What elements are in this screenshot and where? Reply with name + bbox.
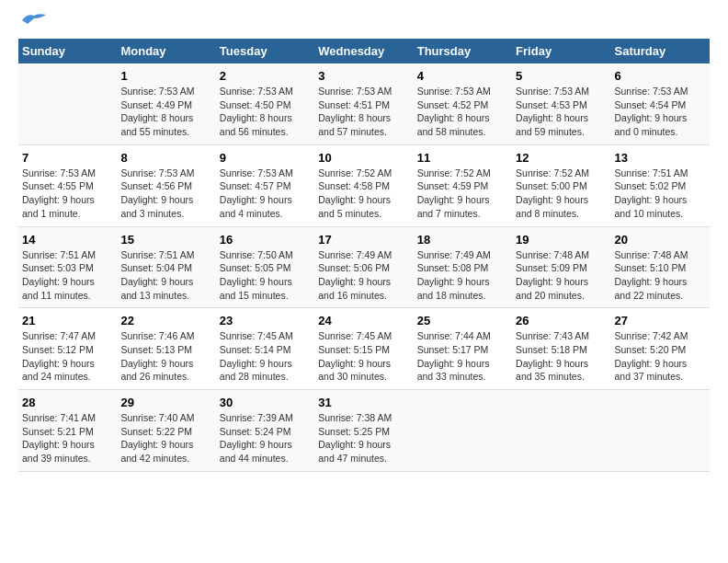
- calendar-table: SundayMondayTuesdayWednesdayThursdayFrid…: [18, 39, 710, 472]
- day-number: 29: [120, 396, 211, 409]
- calendar-cell: 15Sunrise: 7:51 AM Sunset: 5:04 PM Dayli…: [117, 226, 215, 308]
- day-info: Sunrise: 7:53 AM Sunset: 4:57 PM Dayligh…: [220, 167, 311, 221]
- calendar-header-row: SundayMondayTuesdayWednesdayThursdayFrid…: [18, 39, 710, 63]
- calendar-cell: 10Sunrise: 7:52 AM Sunset: 4:58 PM Dayli…: [314, 144, 413, 226]
- day-info: Sunrise: 7:53 AM Sunset: 4:56 PM Dayligh…: [120, 167, 211, 221]
- calendar-cell: [18, 63, 117, 144]
- header-tuesday: Tuesday: [216, 39, 314, 63]
- day-info: Sunrise: 7:50 AM Sunset: 5:05 PM Dayligh…: [220, 248, 311, 303]
- page-header: [18, 18, 710, 29]
- calendar-cell: 13Sunrise: 7:51 AM Sunset: 5:02 PM Dayli…: [611, 144, 710, 226]
- calendar-cell: [414, 390, 512, 472]
- header-saturday: Saturday: [611, 39, 710, 63]
- day-info: Sunrise: 7:47 AM Sunset: 5:12 PM Dayligh…: [22, 329, 113, 384]
- day-number: 11: [417, 151, 508, 165]
- day-info: Sunrise: 7:41 AM Sunset: 5:21 PM Dayligh…: [22, 411, 113, 465]
- week-row-2: 7Sunrise: 7:53 AM Sunset: 4:55 PM Daylig…: [18, 144, 710, 226]
- day-number: 27: [615, 314, 706, 327]
- week-row-5: 28Sunrise: 7:41 AM Sunset: 5:21 PM Dayli…: [18, 390, 710, 472]
- calendar-cell: 12Sunrise: 7:52 AM Sunset: 5:00 PM Dayli…: [512, 144, 610, 226]
- calendar-cell: 2Sunrise: 7:53 AM Sunset: 4:50 PM Daylig…: [216, 63, 314, 144]
- calendar-cell: 29Sunrise: 7:40 AM Sunset: 5:22 PM Dayli…: [117, 390, 215, 472]
- day-number: 7: [22, 151, 113, 165]
- calendar-cell: 25Sunrise: 7:44 AM Sunset: 5:17 PM Dayli…: [414, 308, 512, 390]
- day-info: Sunrise: 7:49 AM Sunset: 5:08 PM Dayligh…: [417, 248, 508, 303]
- day-number: 20: [615, 233, 706, 247]
- calendar-cell: 18Sunrise: 7:49 AM Sunset: 5:08 PM Dayli…: [414, 226, 512, 308]
- day-number: 21: [22, 314, 113, 327]
- day-number: 1: [120, 69, 211, 83]
- header-thursday: Thursday: [414, 39, 512, 63]
- day-number: 8: [120, 151, 211, 165]
- calendar-cell: 30Sunrise: 7:39 AM Sunset: 5:24 PM Dayli…: [216, 390, 314, 472]
- calendar-cell: 17Sunrise: 7:49 AM Sunset: 5:06 PM Dayli…: [314, 226, 413, 308]
- week-row-1: 1Sunrise: 7:53 AM Sunset: 4:49 PM Daylig…: [18, 63, 710, 144]
- day-info: Sunrise: 7:52 AM Sunset: 4:58 PM Dayligh…: [318, 167, 409, 221]
- calendar-cell: 23Sunrise: 7:45 AM Sunset: 5:14 PM Dayli…: [216, 308, 314, 390]
- day-number: 9: [220, 151, 311, 165]
- calendar-cell: 8Sunrise: 7:53 AM Sunset: 4:56 PM Daylig…: [117, 144, 215, 226]
- day-number: 22: [120, 314, 211, 327]
- calendar-cell: 21Sunrise: 7:47 AM Sunset: 5:12 PM Dayli…: [18, 308, 117, 390]
- day-number: 16: [220, 233, 311, 247]
- day-number: 23: [220, 314, 311, 327]
- day-info: Sunrise: 7:52 AM Sunset: 5:00 PM Dayligh…: [516, 167, 607, 221]
- day-info: Sunrise: 7:49 AM Sunset: 5:06 PM Dayligh…: [318, 248, 409, 303]
- header-monday: Monday: [117, 39, 215, 63]
- day-info: Sunrise: 7:53 AM Sunset: 4:53 PM Dayligh…: [516, 85, 607, 139]
- day-number: 25: [417, 314, 508, 327]
- calendar-cell: 24Sunrise: 7:45 AM Sunset: 5:15 PM Dayli…: [314, 308, 413, 390]
- day-number: 4: [417, 69, 508, 83]
- day-info: Sunrise: 7:53 AM Sunset: 4:52 PM Dayligh…: [417, 85, 508, 139]
- day-number: 6: [615, 69, 706, 83]
- day-info: Sunrise: 7:53 AM Sunset: 4:55 PM Dayligh…: [22, 167, 113, 221]
- day-info: Sunrise: 7:52 AM Sunset: 4:59 PM Dayligh…: [417, 167, 508, 221]
- day-info: Sunrise: 7:38 AM Sunset: 5:25 PM Dayligh…: [318, 411, 409, 465]
- day-info: Sunrise: 7:45 AM Sunset: 5:15 PM Dayligh…: [318, 329, 409, 384]
- calendar-cell: 28Sunrise: 7:41 AM Sunset: 5:21 PM Dayli…: [18, 390, 117, 472]
- header-sunday: Sunday: [18, 39, 117, 63]
- day-number: 3: [318, 69, 409, 83]
- day-number: 24: [318, 314, 409, 327]
- calendar-cell: 5Sunrise: 7:53 AM Sunset: 4:53 PM Daylig…: [512, 63, 610, 144]
- day-info: Sunrise: 7:53 AM Sunset: 4:49 PM Dayligh…: [120, 85, 211, 139]
- day-info: Sunrise: 7:44 AM Sunset: 5:17 PM Dayligh…: [417, 329, 508, 384]
- logo-bird-icon: [20, 11, 48, 29]
- calendar-cell: 20Sunrise: 7:48 AM Sunset: 5:10 PM Dayli…: [611, 226, 710, 308]
- day-info: Sunrise: 7:53 AM Sunset: 4:54 PM Dayligh…: [615, 85, 706, 139]
- calendar-cell: 11Sunrise: 7:52 AM Sunset: 4:59 PM Dayli…: [414, 144, 512, 226]
- day-info: Sunrise: 7:51 AM Sunset: 5:03 PM Dayligh…: [22, 248, 113, 303]
- day-number: 18: [417, 233, 508, 247]
- day-number: 30: [220, 396, 311, 409]
- week-row-3: 14Sunrise: 7:51 AM Sunset: 5:03 PM Dayli…: [18, 226, 710, 308]
- calendar-cell: [512, 390, 610, 472]
- day-number: 5: [516, 69, 607, 83]
- calendar-cell: 16Sunrise: 7:50 AM Sunset: 5:05 PM Dayli…: [216, 226, 314, 308]
- day-number: 26: [516, 314, 607, 327]
- day-info: Sunrise: 7:39 AM Sunset: 5:24 PM Dayligh…: [220, 411, 311, 465]
- day-info: Sunrise: 7:40 AM Sunset: 5:22 PM Dayligh…: [120, 411, 211, 465]
- day-info: Sunrise: 7:45 AM Sunset: 5:14 PM Dayligh…: [220, 329, 311, 384]
- day-number: 10: [318, 151, 409, 165]
- day-info: Sunrise: 7:51 AM Sunset: 5:04 PM Dayligh…: [120, 248, 211, 303]
- day-number: 12: [516, 151, 607, 165]
- day-number: 13: [615, 151, 706, 165]
- calendar-cell: 27Sunrise: 7:42 AM Sunset: 5:20 PM Dayli…: [611, 308, 710, 390]
- calendar-cell: 4Sunrise: 7:53 AM Sunset: 4:52 PM Daylig…: [414, 63, 512, 144]
- calendar-cell: 1Sunrise: 7:53 AM Sunset: 4:49 PM Daylig…: [117, 63, 215, 144]
- calendar-cell: 3Sunrise: 7:53 AM Sunset: 4:51 PM Daylig…: [314, 63, 413, 144]
- day-info: Sunrise: 7:48 AM Sunset: 5:10 PM Dayligh…: [615, 248, 706, 303]
- calendar-cell: 19Sunrise: 7:48 AM Sunset: 5:09 PM Dayli…: [512, 226, 610, 308]
- header-wednesday: Wednesday: [314, 39, 413, 63]
- calendar-cell: 14Sunrise: 7:51 AM Sunset: 5:03 PM Dayli…: [18, 226, 117, 308]
- day-number: 2: [220, 69, 311, 83]
- calendar-cell: 9Sunrise: 7:53 AM Sunset: 4:57 PM Daylig…: [216, 144, 314, 226]
- day-number: 28: [22, 396, 113, 409]
- day-info: Sunrise: 7:46 AM Sunset: 5:13 PM Dayligh…: [120, 329, 211, 384]
- day-number: 17: [318, 233, 409, 247]
- calendar-cell: 31Sunrise: 7:38 AM Sunset: 5:25 PM Dayli…: [314, 390, 413, 472]
- day-info: Sunrise: 7:42 AM Sunset: 5:20 PM Dayligh…: [615, 329, 706, 384]
- day-number: 19: [516, 233, 607, 247]
- day-info: Sunrise: 7:48 AM Sunset: 5:09 PM Dayligh…: [516, 248, 607, 303]
- day-info: Sunrise: 7:43 AM Sunset: 5:18 PM Dayligh…: [516, 329, 607, 384]
